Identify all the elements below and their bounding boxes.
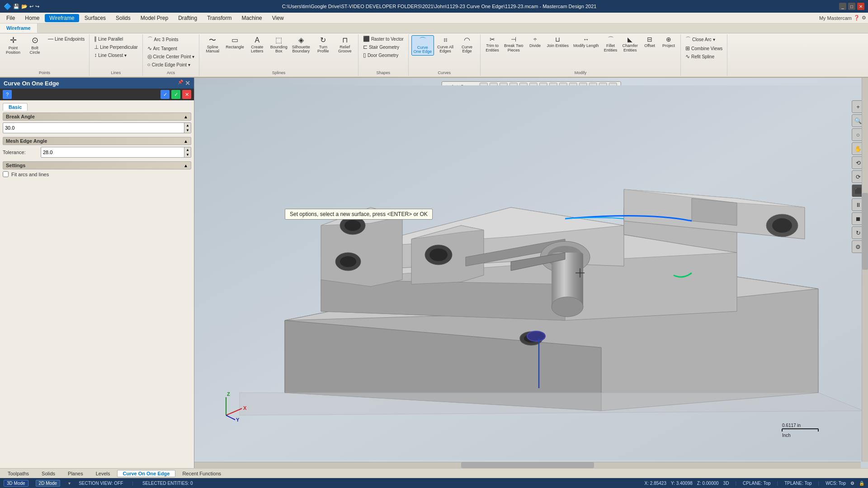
panel-tab-basic[interactable]: Basic <box>3 103 28 111</box>
ribbon-btn-line-perpendicular[interactable]: ⊥ Line Perpendicular <box>92 43 139 51</box>
ribbon-btn-arc-3points[interactable]: ⌒ Arc 3 Points <box>146 35 180 44</box>
menu-bar: File Home Wireframe Surfaces Solids Mode… <box>0 13 868 23</box>
break-angle-up[interactable]: ▲ <box>184 123 191 128</box>
ribbon-tab-wireframe[interactable]: Wireframe <box>0 23 38 33</box>
svg-text:Inch: Inch <box>782 433 791 438</box>
ribbon-btn-create-letters[interactable]: A CreateLetters <box>247 35 268 55</box>
menu-view[interactable]: View <box>268 14 288 22</box>
fit-arcs-row: Fit arcs and lines <box>3 171 191 177</box>
menu-home[interactable]: Home <box>20 14 44 22</box>
ribbon-btn-bolt-circle[interactable]: ⊙ BoltCircle <box>24 35 45 56</box>
ribbon-btn-stair-geometry[interactable]: ⊏ Stair Geometry <box>361 43 401 51</box>
ribbon-btn-raster-to-vector[interactable]: ⬛ Raster to Vector <box>361 35 406 42</box>
tab-curve-on-one-edge[interactable]: Curve On One Edge <box>117 470 176 477</box>
toolbar-help-btn[interactable]: ? <box>3 90 12 99</box>
maximize-button[interactable]: □ <box>848 3 855 10</box>
ribbon-btn-spline-manual[interactable]: 〜 SplineManual <box>202 35 223 55</box>
ribbon-btn-divide[interactable]: ÷ Divide <box>526 35 544 49</box>
section-break-angle[interactable]: Break Angle ▲ <box>3 113 191 121</box>
ribbon-btn-turn-profile[interactable]: ↻ TurnProfile <box>313 35 334 55</box>
quick-access-redo[interactable]: ↪ <box>35 4 39 9</box>
panel-ok1-btn[interactable]: ✓ <box>160 90 170 99</box>
ribbon-btn-offset[interactable]: ⊟ Offset <box>641 35 659 49</box>
svg-text:X: X <box>243 405 247 411</box>
status-settings-icon[interactable]: ⚙ <box>850 481 854 486</box>
quick-access-undo[interactable]: ↩ <box>29 4 33 9</box>
menu-transform[interactable]: Transform <box>203 14 236 22</box>
ribbon-btn-fillet[interactable]: ⌒ FilletEntities <box>602 35 620 54</box>
break-angle-input[interactable] <box>3 123 184 133</box>
tolerance-input[interactable] <box>41 147 184 157</box>
break-angle-content: ▲ ▼ <box>3 122 191 133</box>
ribbon-btn-line-endpoints[interactable]: — Line Endpoints <box>46 35 86 42</box>
break-angle-down[interactable]: ▼ <box>184 128 191 133</box>
tab-recent-functions[interactable]: Recent Functions <box>176 470 227 477</box>
ribbon-btn-circle-center[interactable]: ◎ Circle Center Point ▾ <box>146 53 197 60</box>
left-panel: Curve On One Edge 📌 ✕ ? ✓ ✓ ✕ Basic Brea… <box>0 78 194 468</box>
ribbon-btn-break-two[interactable]: ⊣ Break TwoPieces <box>502 35 525 54</box>
tolerance-up[interactable]: ▲ <box>184 147 191 152</box>
ribbon-btn-point-position[interactable]: ✛ PointPosition <box>3 35 24 56</box>
tooltip: Set options, select a new surface, press… <box>285 209 433 220</box>
panel-cancel-btn[interactable]: ✕ <box>182 90 191 99</box>
minimize-button[interactable]: _ <box>839 3 846 10</box>
tab-toolpaths[interactable]: Toolpaths <box>2 470 35 477</box>
menu-file[interactable]: File <box>2 14 19 22</box>
ribbon-btn-line-closest[interactable]: ↕ Line Closest ▾ <box>92 52 128 59</box>
tolerance-down[interactable]: ▼ <box>184 152 191 157</box>
ribbon-btn-rectangle[interactable]: ▭ Rectangle <box>224 35 246 50</box>
menu-drafting[interactable]: Drafting <box>174 14 202 22</box>
panel-content: Basic Break Angle ▲ ▲ ▼ Mesh Edge Angle … <box>0 100 194 468</box>
menu-solids[interactable]: Solids <box>111 14 135 22</box>
break-two-icon: ⊣ <box>511 36 516 43</box>
menu-machine[interactable]: Machine <box>237 14 266 22</box>
section-mesh-edge[interactable]: Mesh Edge Angle ▲ <box>3 137 191 145</box>
ribbon-btn-relief-groove[interactable]: ⊓ ReliefGroove <box>335 35 355 55</box>
panel-ok2-btn[interactable]: ✓ <box>171 90 180 99</box>
ribbon-btn-bounding-box[interactable]: ⬚ BoundingBox <box>269 35 289 55</box>
quick-access-open[interactable]: 📂 <box>21 4 28 9</box>
ribbon-btn-curve-edge[interactable]: ◠ CurveEdge <box>457 35 477 55</box>
panel-close-icon[interactable]: ✕ <box>185 80 190 87</box>
3d-mode-btn[interactable]: 3D Mode <box>4 480 28 487</box>
ribbon-btn-curve-one-edge[interactable]: ⌒ CurveOne Edge <box>411 35 434 56</box>
ribbon-group-points: ✛ PointPosition ⊙ BoltCircle — Line Endp… <box>0 34 90 76</box>
tab-levels[interactable]: Levels <box>90 470 116 477</box>
tolerance-label: Tolerance: <box>3 150 39 155</box>
ribbon-btn-arc-tangent[interactable]: ∿ Arc Tangent <box>146 45 179 52</box>
ribbon-btn-combine-views[interactable]: ⊞ Combine Views <box>684 45 724 52</box>
ribbon-btn-close-arc[interactable]: ⌒ Close Arc ▾ <box>684 35 717 44</box>
ribbon-btn-silhouette-boundary[interactable]: ◈ SilhouetteBoundary <box>290 35 312 55</box>
window-controls[interactable]: _ □ ✕ <box>839 3 864 10</box>
menu-modelprep[interactable]: Model Prep <box>136 14 173 22</box>
ribbon-btn-door-geometry[interactable]: ▯ Door Geometry <box>361 52 400 59</box>
ribbon-btn-refit-spline[interactable]: ∿ Refit Spline <box>684 53 716 60</box>
quick-access-save[interactable]: 💾 <box>13 4 19 9</box>
my-mastercam[interactable]: My Mastercam ❓ ⚙ <box>819 15 866 21</box>
ribbon-btn-modify-length[interactable]: ↔ Modify Length <box>571 35 601 49</box>
2d-mode-btn[interactable]: 2D Mode <box>36 480 61 487</box>
fit-arcs-checkbox[interactable] <box>3 171 9 177</box>
viewport-scroll-horizontal[interactable] <box>194 462 861 468</box>
viewport-scroll-vertical[interactable] <box>862 78 868 462</box>
ribbon-btn-circle-edge[interactable]: ○ Circle Edge Point ▾ <box>146 61 192 68</box>
mastercam-help-icon[interactable]: ❓ <box>854 15 860 21</box>
status-lock-icon[interactable]: 🔒 <box>859 481 864 486</box>
ribbon-btn-join-entities[interactable]: ⊔ Join Entities <box>545 35 571 49</box>
tab-solids[interactable]: Solids <box>36 470 61 477</box>
mastercam-settings-icon[interactable]: ⚙ <box>862 15 866 21</box>
ribbon-btn-trim-entities[interactable]: ✂ Trim toEntities <box>483 35 501 54</box>
section-settings[interactable]: Settings ▲ <box>3 161 191 169</box>
ribbon-btn-line-parallel[interactable]: ∥ Line Parallel <box>92 35 125 42</box>
menu-wireframe[interactable]: Wireframe <box>45 14 79 22</box>
close-button[interactable]: ✕ <box>857 3 864 10</box>
ribbon-btn-project[interactable]: ⊕ Project <box>660 35 678 49</box>
tab-planes[interactable]: Planes <box>62 470 89 477</box>
ribbon-btn-curve-all-edges[interactable]: ⌗ Curve AllEdges <box>435 35 456 55</box>
svg-text:Z: Z <box>227 391 230 397</box>
ribbon-btn-chamfer[interactable]: ◣ ChamferEntities <box>621 35 640 54</box>
menu-surfaces[interactable]: Surfaces <box>80 14 110 22</box>
panel-header: Curve On One Edge 📌 ✕ <box>0 78 194 89</box>
panel-pin[interactable]: 📌 <box>178 80 183 87</box>
viewport[interactable]: 🖱 AutoCursor ▾ ⊡ ○ △ □ ◇ ⊕ ⊗ ⊘ ⊙ ⊛ ◉ ⊞ ⊟… <box>194 78 868 468</box>
